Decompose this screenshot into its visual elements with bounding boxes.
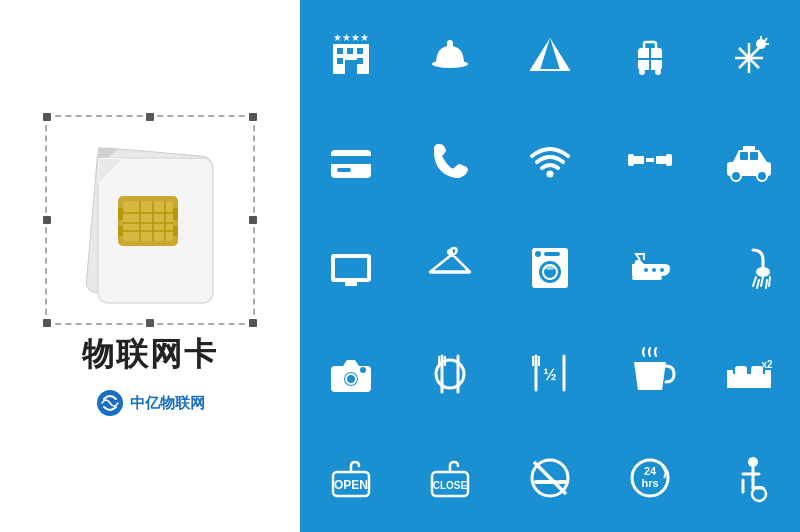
- svg-rect-26: [337, 48, 343, 54]
- svg-point-82: [660, 268, 664, 272]
- svg-text:½: ½: [543, 366, 556, 383]
- luggage-icon: [624, 28, 676, 80]
- app-title: 物联网卡: [82, 333, 218, 377]
- svg-rect-22: [118, 226, 123, 236]
- svg-rect-107: [765, 370, 771, 388]
- svg-rect-58: [628, 154, 634, 166]
- svg-rect-55: [337, 168, 351, 172]
- taxi-icon-cell[interactable]: [700, 108, 798, 212]
- handle-bl[interactable]: [43, 319, 51, 327]
- no-smoking-icon-cell[interactable]: [501, 426, 599, 530]
- 24h-icon-cell[interactable]: 24 hrs: [601, 426, 699, 530]
- svg-line-86: [769, 277, 770, 286]
- hotel-icon: ★★★★: [325, 28, 377, 80]
- credit-card-icon-cell[interactable]: [302, 108, 400, 212]
- svg-rect-106: [727, 370, 733, 388]
- coffee-icon: [624, 346, 676, 398]
- tv-icon: [325, 240, 377, 292]
- svg-rect-78: [544, 252, 560, 256]
- svg-rect-29: [337, 58, 343, 64]
- phone-icon-cell[interactable]: [402, 108, 500, 212]
- handle-bm[interactable]: [146, 319, 154, 327]
- svg-rect-59: [634, 156, 644, 164]
- restaurant-icon: [424, 346, 476, 398]
- svg-text:x2: x2: [762, 359, 774, 370]
- svg-line-118: [534, 462, 566, 494]
- svg-point-80: [644, 268, 648, 272]
- svg-rect-64: [750, 152, 758, 160]
- taxi-icon: [723, 134, 775, 186]
- restaurant-icon-cell[interactable]: [402, 320, 500, 424]
- svg-point-92: [360, 367, 366, 373]
- handle-tm[interactable]: [146, 113, 154, 121]
- iron-icon-cell[interactable]: [601, 214, 699, 318]
- svg-point-93: [436, 360, 464, 388]
- svg-rect-20: [118, 208, 123, 220]
- svg-rect-60: [666, 154, 672, 166]
- washing-machine-icon: [524, 240, 576, 292]
- wifi-icon-cell[interactable]: [501, 108, 599, 212]
- svg-rect-28: [357, 48, 363, 54]
- room-service-icon-cell[interactable]: [402, 2, 500, 106]
- svg-line-51: [765, 38, 767, 41]
- half-board-icon: ½: [524, 346, 576, 398]
- svg-rect-70: [345, 282, 357, 286]
- phone-icon: [424, 134, 476, 186]
- svg-point-44: [655, 69, 661, 75]
- handle-br[interactable]: [249, 319, 257, 327]
- svg-rect-21: [173, 208, 178, 220]
- svg-text:CLOSE: CLOSE: [433, 480, 468, 491]
- open-sign-icon-cell[interactable]: OPEN: [302, 426, 400, 530]
- hanger-icon-cell[interactable]: [402, 214, 500, 318]
- double-bed-icon-cell[interactable]: x2: [700, 320, 798, 424]
- icon-grid: ★★★★: [300, 0, 800, 532]
- shower-icon: [723, 240, 775, 292]
- svg-rect-69: [335, 258, 367, 278]
- gym-icon: [624, 134, 676, 186]
- svg-rect-105: [727, 374, 771, 388]
- shower-icon-cell[interactable]: [700, 214, 798, 318]
- svg-text:★★★★: ★★★★: [333, 32, 369, 43]
- handle-tr[interactable]: [249, 113, 257, 121]
- handle-mr[interactable]: [249, 216, 257, 224]
- svg-rect-117: [558, 480, 566, 484]
- wheelchair-icon: [723, 452, 775, 504]
- credit-card-icon: [325, 134, 377, 186]
- svg-line-87: [757, 280, 759, 288]
- svg-rect-54: [331, 156, 371, 164]
- svg-rect-110: [751, 366, 763, 376]
- hotel-icon-cell[interactable]: ★★★★: [302, 2, 400, 106]
- coffee-icon-cell[interactable]: [601, 320, 699, 424]
- svg-text:OPEN: OPEN: [334, 478, 368, 492]
- wheelchair-icon-cell[interactable]: [700, 426, 798, 530]
- svg-point-77: [535, 251, 541, 257]
- handle-tl[interactable]: [43, 113, 51, 121]
- svg-rect-30: [357, 58, 363, 64]
- svg-rect-27: [347, 48, 353, 54]
- camera-icon-cell[interactable]: [302, 320, 400, 424]
- open-sign-icon: OPEN: [325, 452, 377, 504]
- iron-icon: [624, 240, 676, 292]
- svg-point-81: [652, 268, 656, 272]
- svg-rect-31: [345, 60, 357, 74]
- camping-icon: [524, 28, 576, 80]
- no-smoking-icon: [524, 452, 576, 504]
- svg-point-83: [756, 267, 770, 277]
- climate-icon: [723, 28, 775, 80]
- gym-icon-cell[interactable]: [601, 108, 699, 212]
- svg-rect-109: [735, 366, 747, 376]
- svg-point-43: [639, 69, 645, 75]
- washing-machine-icon-cell[interactable]: [501, 214, 599, 318]
- svg-line-88: [766, 280, 767, 288]
- svg-point-56: [546, 171, 553, 178]
- tv-icon-cell[interactable]: [302, 214, 400, 318]
- brand-row: 中亿物联网: [96, 389, 205, 417]
- half-board-icon-cell[interactable]: ½: [501, 320, 599, 424]
- handle-ml[interactable]: [43, 216, 51, 224]
- climate-icon-cell[interactable]: [700, 2, 798, 106]
- luggage-icon-cell[interactable]: [601, 2, 699, 106]
- close-sign-icon-cell[interactable]: CLOSE: [402, 426, 500, 530]
- sim-card-frame: [45, 115, 255, 325]
- camping-icon-cell[interactable]: [501, 2, 599, 106]
- brand-logo-icon: [96, 389, 124, 417]
